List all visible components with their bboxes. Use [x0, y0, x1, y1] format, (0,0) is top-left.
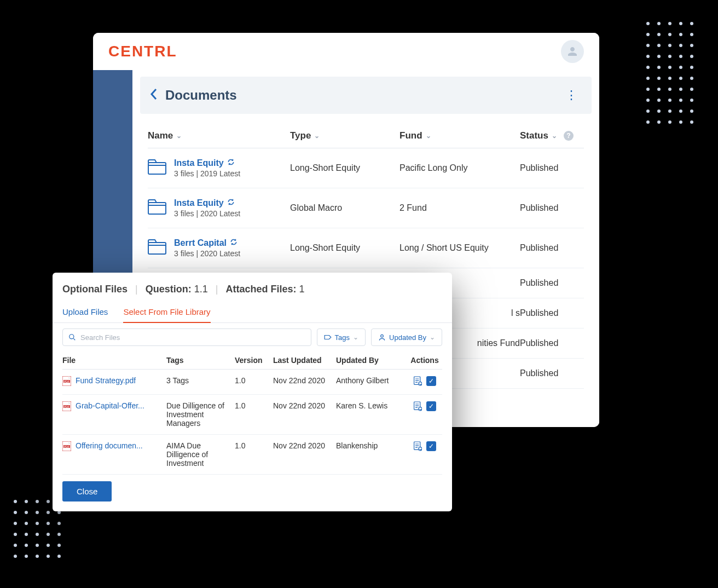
cell-status: Published [520, 158, 584, 178]
col-actions: Actions [407, 356, 442, 365]
preview-icon[interactable] [413, 401, 422, 411]
table-row[interactable]: Berrt Capital 3 files | 2020 Latest Long… [148, 228, 584, 268]
decorative-dots-tr [646, 22, 693, 124]
more-menu-icon[interactable]: ⋮ [561, 88, 582, 102]
file-row[interactable]: PDFGrab-Capital-Offer...Due Dilligence o… [62, 395, 442, 435]
file-table-header: File Tags Version Last Updated Updated B… [62, 351, 442, 370]
attached-files-label: Attached Files: [225, 284, 296, 295]
col-last-updated: Last Updated [273, 356, 336, 365]
file-updated-by: Anthony Gilbert [336, 376, 407, 385]
tab-select-from-library[interactable]: Select From File Library [123, 302, 210, 323]
folder-name[interactable]: Berrt Capital [174, 238, 240, 248]
file-name[interactable]: Grab-Capital-Offer... [76, 401, 144, 410]
table-row[interactable]: Insta Equity 3 files | 2019 Latest Long-… [148, 148, 584, 188]
user-icon [566, 45, 579, 58]
svg-rect-2 [148, 243, 166, 254]
file-name[interactable]: Offering documen... [76, 441, 143, 450]
file-last-updated: Nov 22nd 2020 [273, 401, 336, 410]
modal-tabs: Upload Files Select From File Library [53, 302, 452, 323]
column-status[interactable]: Status⌄? [520, 130, 584, 141]
cell-status: Published [520, 198, 584, 218]
chevron-down-icon: ⌄ [176, 132, 182, 140]
attached-files-value: 1 [299, 284, 304, 295]
file-tags: 3 Tags [166, 376, 235, 385]
svg-text:PDF: PDF [64, 380, 70, 383]
help-icon[interactable]: ? [564, 131, 574, 141]
avatar[interactable] [561, 40, 584, 63]
cell-fund: Long / Short US Equity [399, 238, 520, 258]
column-fund[interactable]: Fund⌄ [399, 130, 520, 141]
page-title: Documents [165, 88, 237, 103]
file-updated-by: Blankenship [336, 441, 407, 450]
folder-icon [148, 159, 166, 177]
file-library-table: File Tags Version Last Updated Updated B… [53, 351, 452, 475]
refresh-icon [227, 158, 235, 168]
tab-upload-files[interactable]: Upload Files [62, 302, 108, 322]
file-version: 1.0 [235, 441, 273, 450]
tags-filter[interactable]: Tags ⌄ [317, 328, 366, 346]
chevron-down-icon: ⌄ [353, 333, 358, 341]
table-row[interactable]: Insta Equity 3 files | 2020 Latest Globa… [148, 188, 584, 228]
folder-name[interactable]: Insta Equity [174, 158, 240, 168]
pdf-icon: PDF [62, 376, 71, 388]
back-chevron-icon[interactable] [150, 88, 158, 103]
select-checkbox[interactable]: ✓ [426, 441, 436, 451]
select-checkbox[interactable]: ✓ [426, 401, 436, 411]
col-file: File [62, 356, 166, 365]
cell-fund: 2 Fund [399, 198, 520, 218]
svg-point-3 [70, 335, 74, 339]
pdf-icon: PDF [62, 401, 71, 413]
chevron-down-icon: ⌄ [430, 333, 435, 341]
svg-rect-1 [148, 203, 166, 214]
col-version: Version [235, 356, 273, 365]
select-checkbox[interactable]: ✓ [426, 376, 436, 386]
search-icon [68, 333, 76, 341]
close-button[interactable]: Close [62, 481, 112, 501]
folder-meta: 3 files | 2019 Latest [174, 169, 240, 178]
refresh-icon [227, 198, 235, 208]
preview-icon[interactable] [413, 376, 422, 386]
file-tags: Due Dilligence of Investment Managers [166, 401, 235, 428]
pdf-icon: PDF [62, 441, 71, 453]
topbar: CENTRL [93, 33, 599, 70]
table-header: Name⌄ Type⌄ Fund⌄ Status⌄? [148, 124, 584, 148]
chevron-down-icon: ⌄ [314, 132, 320, 140]
brand-logo: CENTRL [108, 43, 177, 60]
folder-meta: 3 files | 2020 Latest [174, 209, 240, 218]
user-icon [378, 333, 386, 341]
filter-bar: Tags ⌄ Updated By ⌄ [53, 323, 452, 351]
file-version: 1.0 [235, 401, 273, 410]
modal-header: Optional Files | Question: 1.1 | Attache… [53, 273, 452, 302]
chevron-down-icon: ⌄ [552, 132, 557, 140]
column-type[interactable]: Type⌄ [290, 130, 399, 141]
search-box[interactable] [62, 328, 311, 346]
file-row[interactable]: PDFFund Strategy.pdf3 Tags1.0Nov 22nd 20… [62, 370, 442, 395]
file-updated-by: Karen S. Lewis [336, 401, 407, 410]
refresh-icon [230, 238, 238, 248]
svg-point-4 [381, 335, 384, 337]
question-label: Question: [146, 284, 192, 295]
file-version: 1.0 [235, 376, 273, 385]
svg-rect-0 [148, 163, 166, 174]
file-picker-modal: Optional Files | Question: 1.1 | Attache… [53, 273, 452, 511]
question-value: 1.1 [194, 284, 208, 295]
file-row[interactable]: PDFOffering documen...AIMA Due Dilligenc… [62, 435, 442, 475]
folder-icon [148, 199, 166, 217]
cell-type: Long-Short Equity [290, 238, 399, 258]
folder-name[interactable]: Insta Equity [174, 198, 240, 208]
cell-type: Long-Short Equity [290, 158, 399, 178]
svg-text:PDF: PDF [64, 405, 70, 408]
updated-by-filter[interactable]: Updated By ⌄ [371, 328, 442, 346]
cell-status: Published [520, 368, 584, 378]
file-last-updated: Nov 22nd 2020 [273, 441, 336, 450]
cell-type: Global Macro [290, 198, 399, 218]
col-tags: Tags [166, 356, 235, 365]
cell-status: Published [520, 238, 584, 258]
cell-status: Published [520, 278, 584, 288]
file-last-updated: Nov 22nd 2020 [273, 376, 336, 385]
tag-icon [324, 334, 332, 341]
preview-icon[interactable] [413, 441, 422, 451]
column-name[interactable]: Name⌄ [148, 130, 290, 141]
file-name[interactable]: Fund Strategy.pdf [76, 376, 136, 385]
search-input[interactable] [80, 333, 305, 342]
